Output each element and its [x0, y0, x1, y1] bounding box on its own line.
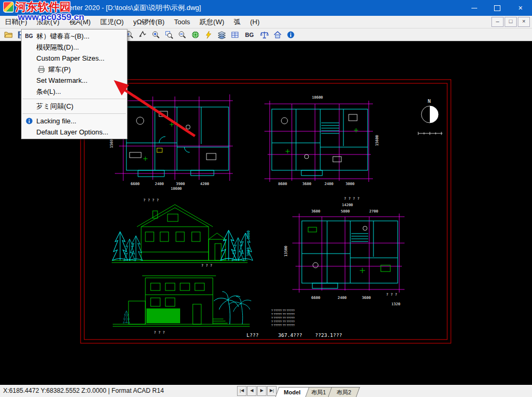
tab-label: 布局2 — [337, 388, 351, 397]
menu-options[interactable]: 匡児(O) — [95, 16, 129, 28]
zoom-out-icon — [178, 31, 186, 39]
menu-item-batch-convert[interactable]: BG 秫）键春喜~(B)... — [22, 31, 127, 42]
layers-icon — [218, 31, 226, 39]
home-icon — [273, 31, 282, 39]
menu-separator — [23, 113, 126, 114]
menu-arc[interactable]: 弧 — [229, 16, 245, 28]
layout-tab-bar: |◀ ◀ ▶ ▶| Model 布局1 布局2 — [237, 385, 358, 397]
menu-item-barcode[interactable]: 条é(L)... — [22, 86, 127, 97]
dim-vertical-label: 3000 — [247, 230, 251, 239]
globe-icon — [191, 31, 200, 39]
close-button[interactable]: × — [509, 0, 532, 16]
home-view-button[interactable] — [272, 30, 283, 40]
table-grid-icon — [231, 31, 239, 39]
open-button[interactable] — [3, 30, 14, 40]
menu-item-label: Custom Paper Sizes... — [36, 54, 104, 62]
elevation-title: ? ? ? ? — [143, 198, 159, 202]
dim-vertical-label: 15600 — [375, 135, 379, 146]
tab-prev-button[interactable]: ◀ — [247, 386, 257, 396]
legend-row: ? ????? ?? ????? — [271, 320, 294, 323]
q-marks-side: ? ? ? — [386, 293, 397, 297]
zoom-window-icon — [165, 31, 173, 39]
menu-file[interactable]: 日鞘(F) — [0, 16, 32, 28]
dim-label: 3900 — [176, 182, 185, 186]
close-icon: × — [518, 4, 523, 12]
menu-help[interactable]: (H) — [245, 16, 264, 27]
zoom-out-button[interactable] — [176, 30, 188, 40]
menu-item-advanced-convert[interactable]: 模碶隔戬(D)... — [22, 42, 127, 53]
app-icon — [4, 3, 14, 13]
mdi-restore-button[interactable]: □ — [505, 17, 517, 27]
elevation-fill — [146, 308, 180, 323]
tab-model[interactable]: Model — [275, 387, 310, 397]
menu-tools[interactable]: Tools — [169, 16, 194, 27]
maximize-icon — [494, 5, 500, 11]
zoom-previous-button[interactable] — [137, 30, 148, 40]
q-marks-top: ? ? ? ? — [344, 197, 360, 201]
menu-item-lacking-file[interactable]: Lacking file... — [22, 115, 127, 127]
menu-item-label: 芕ミ间囍(C) — [36, 102, 73, 111]
mdi-close-button[interactable]: × — [518, 17, 530, 27]
dim-total-label: 14200 — [342, 203, 353, 207]
menu-item-label: Default Layer Options... — [36, 128, 109, 136]
menu-convert[interactable]: yΩ锣传(B) — [129, 16, 170, 28]
menu-item-print[interactable]: 耀车(P) — [22, 64, 127, 75]
floor-plan-bottom-right: ? ? ? ? 14200 3600 5800 2700 6600 2400 3… — [284, 197, 405, 306]
tab-first-button[interactable]: |◀ — [237, 386, 247, 396]
north-label: N — [428, 98, 431, 104]
dim-label: 3000 — [346, 182, 354, 186]
info-icon — [24, 117, 34, 125]
about-button[interactable] — [285, 30, 296, 40]
dim-label: 4200 — [200, 182, 209, 186]
layout-tabs: Model 布局1 布局2 — [280, 387, 358, 397]
orbit-button[interactable] — [190, 30, 201, 40]
zoom-in-icon — [152, 31, 160, 39]
tab-label: Model — [284, 388, 301, 397]
tab-next-button[interactable]: ▶ — [257, 386, 267, 396]
mdi-minimize-button[interactable]: – — [491, 17, 504, 27]
file-menu-dropdown: BG 秫）键春喜~(B)... 模碶隔戬(D)... Custom Paper … — [21, 29, 127, 139]
menu-item-label: 秫）键春喜~(B)... — [36, 32, 90, 41]
dim-label: 2400 — [338, 296, 347, 300]
menu-item-label: Lacking file... — [36, 117, 76, 125]
zoom-window-button[interactable] — [163, 30, 174, 40]
printer-icon — [36, 65, 46, 74]
dim-vertical-label: 3000 — [247, 247, 251, 256]
menu-item-set-watermark[interactable]: Set Watermark... — [22, 75, 127, 86]
menu-view[interactable]: 浪跃(V) — [32, 16, 64, 28]
dim-total-label: 18600 — [312, 95, 323, 100]
dim-vertical-label: 13500 — [284, 246, 288, 257]
scales-icon — [260, 31, 269, 39]
dim-label: 2700 — [369, 209, 378, 214]
dim-label: 2400 — [155, 182, 164, 186]
legend-row: ? ????? ?? ????? — [271, 313, 294, 316]
tab-layout2[interactable]: 布局2 — [328, 387, 360, 397]
floor-plan-top-left: 6600 2400 3900 4200 18600 15600 — [110, 94, 233, 191]
dim-side-label: 1320 — [391, 302, 400, 306]
tab-label: 布局1 — [311, 388, 326, 397]
svg-text:E: E — [127, 33, 130, 36]
maximize-button[interactable] — [486, 0, 509, 16]
menu-item-custom-paper-sizes[interactable]: Custom Paper Sizes... — [22, 53, 127, 64]
tab-last-button[interactable]: ▶| — [267, 386, 277, 396]
menu-window[interactable]: 跃怠(W) — [195, 16, 229, 28]
minimize-button[interactable] — [462, 0, 486, 16]
zoom-previous-icon — [139, 31, 147, 39]
dim-label: 8600 — [278, 182, 287, 186]
quick-convert-button[interactable] — [203, 30, 214, 40]
table-button[interactable] — [229, 30, 240, 40]
menu-item-default-layer-options[interactable]: Default Layer Options... — [22, 127, 127, 138]
elevation-subtitle: ? ? ? — [201, 264, 212, 268]
minimize-icon — [471, 8, 477, 8]
coordinates-readout: X:6185.4472 Y:68382.5552 Z:0.0000 | Form… — [3, 387, 164, 394]
compare-button[interactable] — [259, 30, 270, 40]
menu-item-label: 条é(L)... — [36, 87, 61, 96]
dim-label: 3600 — [302, 182, 311, 186]
zoom-in-button[interactable] — [150, 30, 161, 40]
menu-item-close[interactable]: 芕ミ间囍(C) — [22, 101, 127, 112]
layers-button[interactable] — [216, 30, 227, 40]
dim-label: 3600 — [362, 296, 371, 300]
window-controls: × — [462, 0, 532, 16]
bg-color-button[interactable]: BG — [242, 30, 257, 40]
menu-zoom[interactable]: 视A(M) — [64, 16, 95, 28]
